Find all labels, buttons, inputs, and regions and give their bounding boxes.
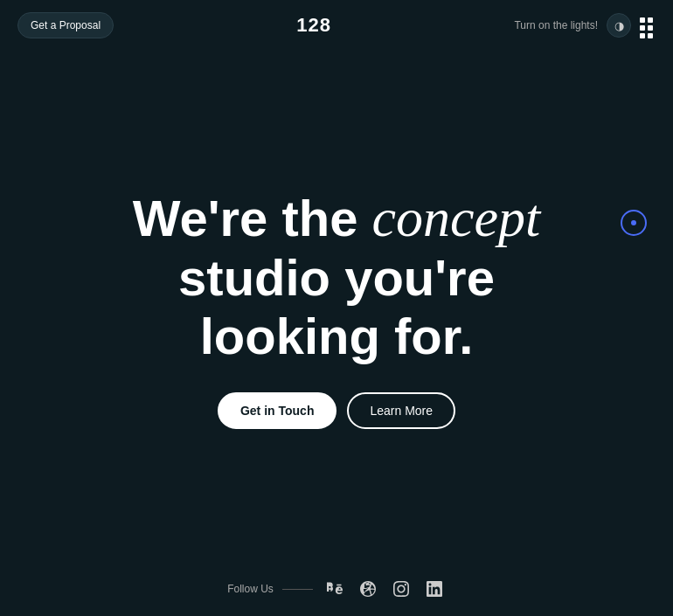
cursor-dot	[631, 220, 636, 225]
get-proposal-button[interactable]: Get a Proposal	[17, 12, 114, 38]
logo: 128	[296, 14, 331, 37]
moon-icon: ◑	[614, 19, 624, 32]
learn-more-button[interactable]: Learn More	[347, 392, 455, 429]
header-right-controls: Turn on the lights! ◑	[514, 13, 656, 38]
headline-text-part1: We're the	[133, 190, 358, 246]
header: Get a Proposal 128 Turn on the lights! ◑	[0, 0, 673, 51]
cta-buttons-group: Get in Touch Learn More	[218, 392, 455, 429]
follow-us-text: Follow Us	[227, 583, 274, 595]
main-content: We're the concept studio you're looking …	[0, 0, 673, 616]
get-in-touch-button[interactable]: Get in Touch	[218, 392, 337, 429]
headline-text-part3: looking for.	[200, 308, 474, 364]
follow-line-divider	[282, 589, 313, 590]
social-icons-group	[323, 578, 446, 600]
instagram-icon[interactable]	[390, 578, 413, 600]
headline-text-part2: studio you're	[178, 249, 495, 306]
behance-icon[interactable]	[323, 578, 346, 600]
linkedin-icon[interactable]	[423, 578, 446, 600]
lights-toggle-label: Turn on the lights!	[514, 19, 598, 31]
headline-italic-word: concept	[372, 188, 541, 247]
cursor-indicator	[621, 210, 647, 236]
follow-us-label: Follow Us	[227, 583, 313, 595]
theme-toggle-button[interactable]: ◑	[607, 13, 631, 38]
main-headline: We're the concept studio you're looking …	[133, 187, 541, 366]
dribbble-icon[interactable]	[357, 578, 379, 600]
footer: Follow Us	[0, 562, 673, 616]
grid-menu-icon[interactable]	[640, 17, 656, 33]
